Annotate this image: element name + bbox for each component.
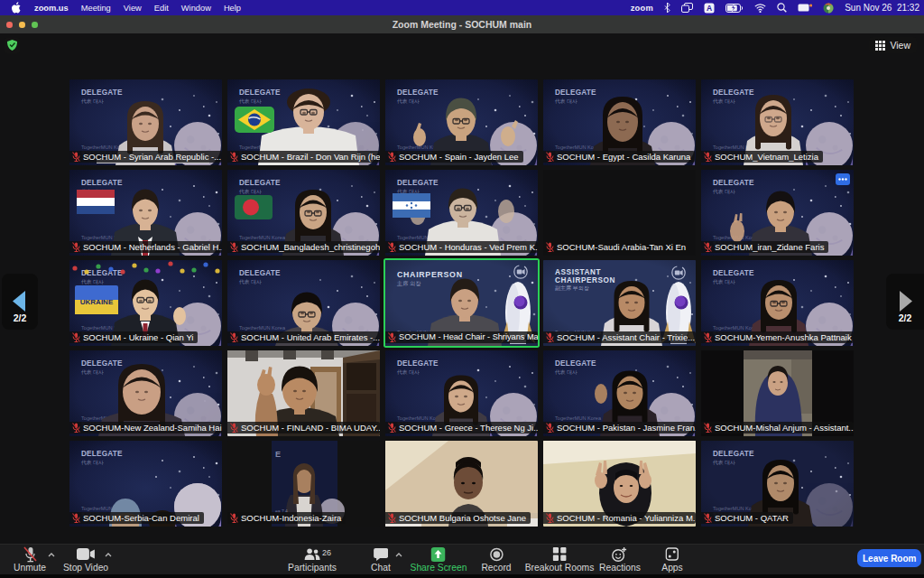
svg-text:DELEGATE: DELEGATE (81, 359, 123, 368)
svg-text:DELEGATE: DELEGATE (713, 89, 754, 97)
svg-text:代表 대사: 代表 대사 (238, 279, 262, 284)
svg-text:代表 대사: 代表 대사 (712, 279, 735, 284)
svg-text:TogetherMUN Korea: TogetherMUN Korea (239, 235, 286, 240)
svg-text:DELEGATE: DELEGATE (555, 359, 596, 368)
svg-text:代表 대사: 代表 대사 (80, 279, 104, 284)
svg-text:UKRAINE: UKRAINE (80, 298, 114, 306)
svg-text:代表 대사: 代表 대사 (238, 189, 262, 194)
svg-text:代表 대사: 代表 대사 (80, 369, 104, 375)
svg-text:代表 대사: 代表 대사 (396, 369, 420, 375)
svg-text:副主席 부의장: 副主席 부의장 (555, 284, 589, 292)
svg-text:A: A (707, 4, 712, 13)
svg-text:DELEGATE: DELEGATE (555, 89, 596, 97)
svg-text:代表 대사: 代表 대사 (80, 460, 104, 465)
svg-text:代表 대사: 代表 대사 (712, 98, 735, 104)
svg-text:代表 대사: 代表 대사 (554, 369, 578, 375)
svg-text:代表 대사: 代表 대사 (554, 98, 578, 104)
svg-text:DELEGATE: DELEGATE (81, 179, 123, 187)
svg-text:DELEGATE: DELEGATE (713, 269, 754, 277)
svg-text:CHAIRPERSON: CHAIRPERSON (555, 276, 615, 284)
svg-text:DELEGATE: DELEGATE (81, 450, 123, 458)
svg-text:主席 의장: 主席 의장 (396, 280, 421, 287)
svg-text:代表 대사: 代表 대사 (712, 189, 735, 194)
svg-text:代表 대사: 代表 대사 (712, 460, 735, 465)
svg-text:代表 대사: 代表 대사 (80, 98, 104, 104)
svg-text:TogetherMUN Korea: TogetherMUN Korea (555, 415, 602, 421)
svg-text:代表 대사: 代表 대사 (396, 98, 420, 104)
svg-text:TogetherMUN Korea: TogetherMUN Korea (239, 325, 286, 331)
svg-text:DELEGATE: DELEGATE (397, 89, 439, 97)
svg-text:DELEGATE: DELEGATE (239, 179, 281, 187)
svg-text:ASSISTANT: ASSISTANT (555, 268, 601, 276)
svg-text:CHAIRPERSON: CHAIRPERSON (397, 270, 463, 279)
svg-text:DELEGATE: DELEGATE (239, 269, 281, 277)
svg-text:DELEGATE: DELEGATE (239, 89, 281, 97)
svg-text:E: E (275, 450, 281, 459)
svg-text:DELEGATE: DELEGATE (397, 179, 439, 187)
svg-text:DELEGATE: DELEGATE (713, 179, 754, 187)
svg-text:DELEGATE: DELEGATE (713, 450, 754, 458)
svg-text:DELEGATE: DELEGATE (397, 359, 439, 368)
svg-text:代表 대사: 代表 대사 (238, 98, 262, 104)
svg-text:DELEGATE: DELEGATE (81, 89, 123, 97)
